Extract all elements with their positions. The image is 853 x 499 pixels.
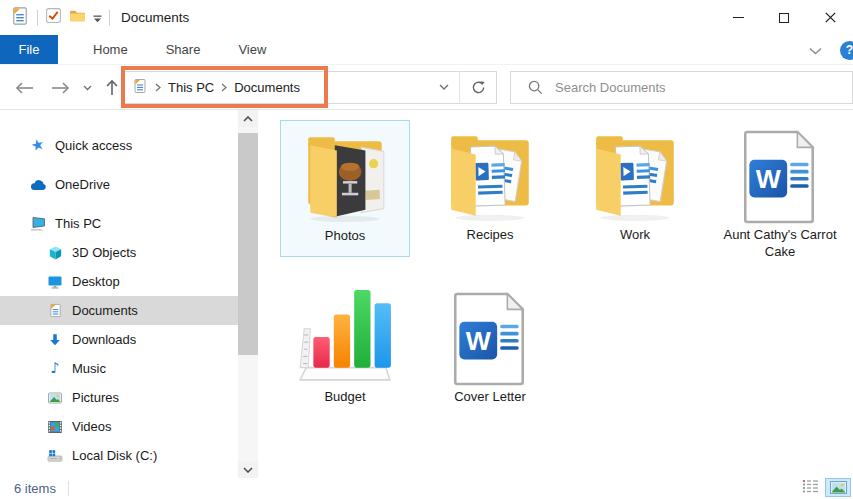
picture-icon [46,390,64,406]
sidebar-item-3d-objects[interactable]: 3D Objects [0,238,238,267]
view-toggle-buttons [802,478,851,497]
up-arrow-icon [106,79,118,96]
ribbon-right-controls: ? [809,35,853,65]
tab-view[interactable]: View [219,35,285,64]
sidebar-item-label: Quick access [55,138,132,153]
new-folder-icon[interactable] [69,7,86,28]
file-item-label: Recipes [467,227,514,244]
navigation-pane: ★ Quick access OneDrive This PC [0,110,238,478]
svg-text:W: W [466,326,492,356]
sidebar-item-label: Desktop [72,274,120,289]
tab-file[interactable]: File [0,35,58,64]
minimize-icon [733,17,744,18]
sidebar-item-label: 3D Objects [72,245,136,260]
search-box[interactable] [510,71,853,104]
titlebar-separator [37,10,38,26]
sidebar-item-music[interactable]: ♪ Music [0,354,238,383]
file-item-label: Aunt Cathy's Carrot Cake [715,227,845,261]
back-arrow-icon [15,82,34,94]
sidebar-item-label: Pictures [72,390,119,405]
sidebar-item-label: Downloads [72,332,136,347]
chevron-down-icon [83,85,92,91]
sidebar-item-downloads[interactable]: Downloads [0,325,238,354]
breadcrumb-chevron-icon [155,83,161,92]
file-item-work[interactable]: Work [570,120,700,244]
window-body: ★ Quick access OneDrive This PC [0,110,853,478]
monitor-icon [46,274,64,290]
sidebar-item-desktop[interactable]: Desktop [0,267,238,296]
close-icon [825,12,836,23]
document-icon [46,303,64,318]
cube-icon [46,245,64,261]
navigation-toolbar: This PC Documents [0,65,853,110]
ribbon-tab-bar: File Home Share View [0,35,853,65]
sidebar-item-label: Documents [72,303,138,318]
onedrive-cloud-icon [29,179,47,191]
sidebar-item-local-disk-c[interactable]: Local Disk (C:) [0,441,238,470]
file-item-aunt-cathys-carrot-cake[interactable]: W Aunt Cathy's Carrot Cake [715,120,845,261]
maximize-button[interactable] [761,0,807,35]
details-view-button[interactable] [802,479,819,497]
file-item-recipes[interactable]: Recipes [425,120,555,244]
close-button[interactable] [807,0,853,35]
scrollbar-thumb[interactable] [238,133,258,355]
file-item-label: Work [620,227,650,244]
svg-text:W: W [756,164,782,194]
sidebar-item-this-pc[interactable]: This PC [0,209,238,238]
minimize-button[interactable] [715,0,761,35]
file-item-label: Photos [325,228,365,245]
file-item-photos[interactable]: Photos [280,120,410,257]
file-item-cover-letter[interactable]: W Cover Letter [425,282,555,406]
scroll-up-button[interactable] [238,110,258,127]
customize-toolbar-caret-icon[interactable] [93,9,102,27]
expand-ribbon-chevron-icon[interactable] [809,41,822,59]
sidebar-item-videos[interactable]: Videos [0,412,238,441]
address-dropdown-button[interactable] [429,72,459,103]
window-controls [715,0,853,35]
search-input[interactable] [555,80,852,95]
tab-share[interactable]: Share [147,35,220,64]
address-bar[interactable]: This PC Documents [123,71,497,104]
forward-arrow-icon [51,82,70,94]
star-icon: ★ [29,138,47,153]
film-icon [46,420,64,434]
properties-check-icon[interactable] [45,7,62,28]
title-bar: Documents [0,0,853,35]
recent-locations-button[interactable] [76,65,98,110]
file-explorer-icon [10,6,30,30]
breadcrumb-this-pc[interactable]: This PC [168,80,214,95]
scroll-down-button[interactable] [238,461,258,478]
computer-icon [29,216,47,231]
sidebar-item-label: Local Disk (C:) [72,448,157,463]
chevron-up-icon [243,116,253,122]
sidebar-item-label: Music [72,361,106,376]
refresh-button[interactable] [460,72,496,103]
breadcrumb-documents[interactable]: Documents [234,80,300,95]
forward-button[interactable] [44,65,76,110]
item-count: 6 items [14,481,56,496]
folder-with-documents-icon [586,120,684,224]
details-view-icon [802,479,819,493]
up-button[interactable] [98,65,126,110]
folder-location-icon [132,78,148,97]
sidebar-item-onedrive[interactable]: OneDrive [0,170,238,199]
sidebar-item-documents[interactable]: Documents [0,296,238,325]
tab-home[interactable]: Home [74,35,147,64]
breadcrumb-chevron-icon [221,83,227,92]
folder-with-photos-icon [296,121,394,225]
sidebar-item-label: This PC [55,216,101,231]
sidebar-scrollbar[interactable] [238,110,258,478]
refresh-icon [471,80,486,95]
word-document-icon: W [743,120,817,224]
help-button[interactable]: ? [840,41,853,60]
file-item-budget[interactable]: Budget [280,282,410,406]
file-item-label: Cover Letter [454,389,526,406]
chevron-down-icon [243,467,253,473]
scrollbar-track[interactable] [238,127,258,461]
sidebar-item-quick-access[interactable]: ★ Quick access [0,131,238,160]
sidebar-item-pictures[interactable]: Pictures [0,383,238,412]
sidebar-item-label: OneDrive [55,177,110,192]
chevron-down-icon [439,84,449,91]
large-icons-view-button[interactable] [825,478,851,497]
back-button[interactable] [8,65,40,110]
